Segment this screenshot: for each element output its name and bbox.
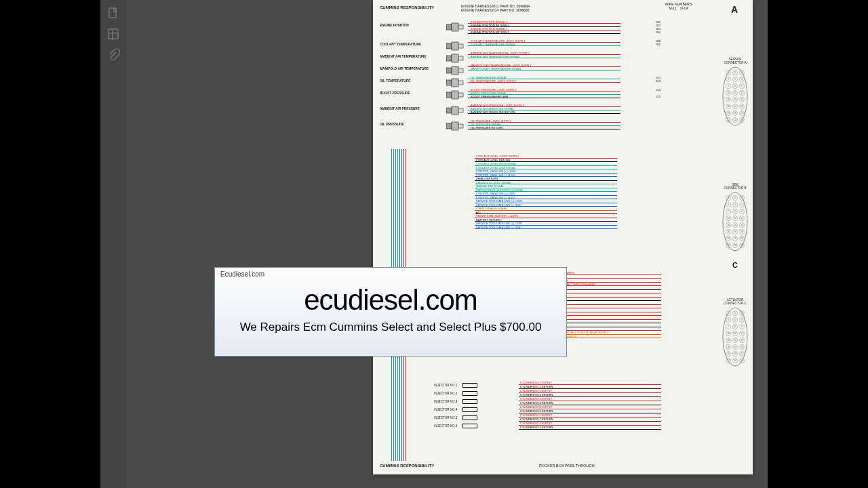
- svg-text:21: 21: [741, 112, 743, 115]
- injector-label: INJECTOR NO.6: [434, 424, 462, 428]
- svg-text:21: 21: [741, 237, 743, 240]
- edge-connector: ACTUATOR CONNECTOR C12345678910111213141…: [722, 298, 749, 368]
- svg-text:20: 20: [734, 352, 736, 355]
- svg-text:14: 14: [734, 98, 736, 101]
- svg-text:13: 13: [727, 339, 730, 342]
- svg-text:8: 8: [734, 85, 736, 87]
- svg-rect-22: [458, 108, 463, 113]
- svg-text:7: 7: [728, 85, 729, 87]
- injector-label: INJECTOR NO.1: [434, 384, 462, 387]
- edge-connector: OEM CONNECTOR B1234567891011121314151617…: [722, 183, 749, 253]
- svg-text:2: 2: [734, 312, 736, 314]
- svg-rect-2: [446, 24, 452, 30]
- popup-subtext: We Repairs Ecm Cummins Select and Select…: [215, 321, 566, 334]
- svg-text:18: 18: [741, 105, 743, 108]
- popup-heading: ecudiesel.com: [215, 284, 566, 317]
- svg-rect-10: [458, 56, 463, 60]
- connector-icon: [446, 66, 464, 75]
- svg-rect-4: [458, 25, 463, 29]
- svg-text:20: 20: [734, 237, 736, 240]
- connector-label: OEM CONNECTOR B: [722, 183, 749, 190]
- svg-text:12: 12: [741, 217, 743, 220]
- advert-popup[interactable]: Ecudiesel.com ecudiesel.com We Repairs E…: [214, 267, 567, 357]
- svg-text:4: 4: [728, 78, 729, 81]
- section-letter-a: A: [731, 4, 738, 15]
- connector-icon: [446, 22, 464, 32]
- wire-number: 013: [636, 79, 660, 83]
- svg-text:4: 4: [728, 319, 729, 321]
- svg-text:11: 11: [734, 332, 736, 335]
- injector-label: INJECTOR NO.2: [434, 392, 462, 395]
- rocker-box-label: ROCKER BOX PASS THROUGH: [539, 464, 595, 468]
- cylinder-line: CYLINDER NO.4 RETURN: [519, 426, 661, 430]
- svg-rect-14: [446, 80, 452, 85]
- svg-text:6: 6: [741, 319, 743, 321]
- svg-text:19: 19: [727, 237, 730, 240]
- attachment-icon[interactable]: [106, 47, 120, 61]
- svg-rect-17: [446, 92, 452, 98]
- wiring-diagram-page: CUMMINS RESPONSIBILITY ENGINE HARNESS M1…: [373, 0, 753, 474]
- connector-icon: [446, 106, 464, 115]
- injector-icon: [462, 415, 477, 420]
- svg-text:16: 16: [727, 230, 730, 233]
- svg-text:4: 4: [728, 203, 729, 206]
- wire-number: 009: [636, 43, 660, 46]
- svg-rect-12: [452, 66, 458, 75]
- sensor-label: OIL PRESSURE: [380, 123, 434, 126]
- sensor-label: AMBIENT AIR PRESSURE: [380, 107, 434, 110]
- svg-text:15: 15: [741, 98, 743, 101]
- injector-label: INJECTOR NO.4: [434, 408, 462, 411]
- svg-text:6: 6: [741, 78, 743, 81]
- svg-text:20: 20: [734, 112, 736, 115]
- svg-rect-24: [452, 122, 458, 130]
- svg-text:9: 9: [741, 210, 743, 213]
- svg-text:16: 16: [727, 346, 730, 348]
- signal-line: OIL PRESSURE RETURN: [468, 126, 620, 129]
- svg-text:14: 14: [734, 339, 736, 342]
- svg-rect-8: [446, 56, 452, 61]
- svg-text:22: 22: [727, 244, 730, 247]
- wire-number: [636, 67, 660, 70]
- signal-line: SERVICE TOOL DATA LINK (-) J1587: [475, 226, 617, 230]
- svg-rect-11: [446, 68, 452, 73]
- svg-text:17: 17: [734, 346, 736, 348]
- svg-text:21: 21: [741, 352, 743, 355]
- sensor-label: OIL TEMPERATURE: [380, 79, 434, 83]
- svg-rect-16: [458, 81, 463, 85]
- layout-icon[interactable]: [106, 27, 120, 41]
- wire-number: [636, 110, 660, 114]
- svg-text:24: 24: [741, 359, 743, 362]
- signal-line: AMBIENT AIR PRESSURE RETURN: [468, 110, 620, 114]
- svg-text:22: 22: [727, 359, 730, 362]
- svg-text:13: 13: [727, 224, 730, 226]
- svg-text:6: 6: [741, 203, 743, 206]
- svg-text:19: 19: [727, 112, 730, 115]
- svg-text:18: 18: [741, 230, 743, 233]
- svg-text:17: 17: [734, 105, 736, 108]
- injector-icon: [462, 424, 477, 428]
- wire-number: 004: [636, 30, 660, 34]
- svg-text:13: 13: [727, 98, 730, 101]
- svg-rect-1: [108, 29, 118, 39]
- svg-point-124: [723, 308, 747, 366]
- svg-text:15: 15: [741, 224, 743, 226]
- wire-number: 015: [636, 95, 660, 98]
- sensor-row: COOLANT TEMPERATURECOOLANT TEMPERATURE +…: [380, 39, 746, 52]
- svg-text:23: 23: [734, 119, 736, 121]
- svg-text:11: 11: [734, 92, 736, 94]
- sensor-row: MANIFOLD AIR TEMPERATUREMANIFOLD AIR TEM…: [380, 64, 746, 76]
- svg-text:19: 19: [727, 352, 730, 355]
- svg-text:16: 16: [727, 105, 730, 108]
- sensor-label: AMBIENT AIR TEMPERATURE: [380, 55, 434, 58]
- signal-line: ENGINE POSITION RETURN 1: [468, 30, 620, 34]
- svg-text:23: 23: [734, 359, 736, 362]
- svg-text:8: 8: [734, 325, 736, 328]
- signal-line: AMBIENT AIR TEMPERATURE SIGNAL: [468, 55, 620, 58]
- popup-title: Ecudiesel.com: [215, 268, 566, 281]
- signal-line: COOLANT TEMPERATURE SIGNAL: [468, 43, 620, 46]
- svg-text:11: 11: [734, 217, 736, 220]
- page-icon[interactable]: [106, 7, 120, 20]
- svg-text:5: 5: [734, 319, 736, 321]
- injector-icon: [462, 407, 477, 412]
- connector-label: SENSOR CONNECTOR A: [722, 58, 749, 64]
